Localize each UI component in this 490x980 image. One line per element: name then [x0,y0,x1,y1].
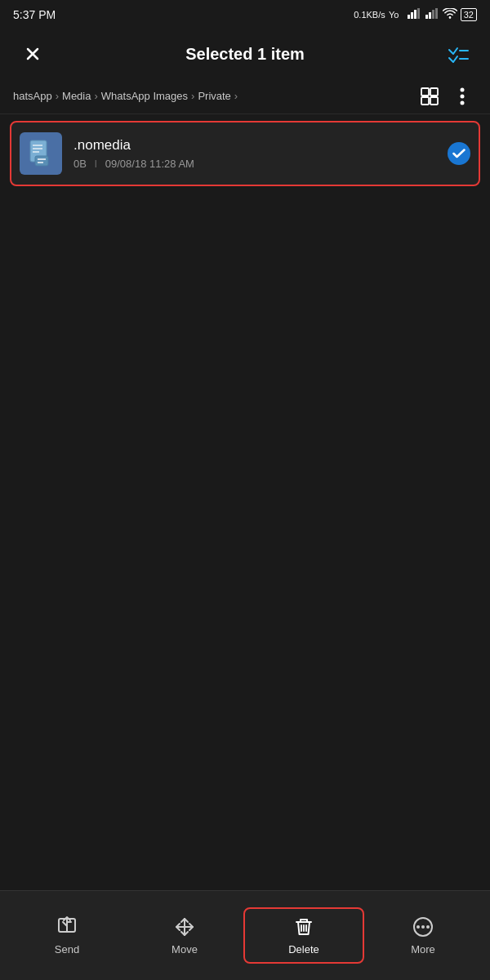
svg-rect-15 [430,97,438,105]
file-icon [29,140,53,167]
grid-icon [421,87,439,105]
svg-rect-6 [429,12,431,19]
move-icon [173,915,196,938]
file-selected-check [448,142,470,165]
breadcrumb: hatsApp › Media › WhatsApp Images › Priv… [0,78,490,114]
svg-rect-21 [33,148,42,149]
grid-view-button[interactable] [415,82,444,111]
breadcrumb-sep-1: › [94,90,97,102]
breadcrumb-part-3: Private [198,90,230,102]
file-size: 0B [74,158,87,170]
select-all-button[interactable] [441,44,474,64]
svg-point-18 [461,100,465,105]
more-label: More [411,943,435,956]
svg-rect-4 [417,8,420,19]
signal-bars2-icon [425,8,439,21]
breadcrumb-sep-0: › [56,90,59,102]
send-button[interactable]: Send [8,907,126,964]
svg-rect-20 [33,145,42,146]
signal-bars-icon [407,8,421,21]
svg-rect-22 [33,151,39,153]
svg-rect-23 [35,156,48,166]
more-icon [412,915,434,938]
file-date: 09/08/18 11:28 AM [105,158,194,170]
file-name: .nomedia [74,137,436,154]
svg-rect-2 [411,12,413,19]
delete-icon [292,915,315,938]
move-label: Move [172,943,198,956]
status-icons: 0.1KB/s Yo [354,8,477,21]
breadcrumb-part-2: WhatsApp Images [101,90,188,102]
svg-rect-25 [38,162,43,163]
svg-rect-14 [421,97,429,105]
svg-point-30 [426,925,430,929]
close-button[interactable] [16,44,49,64]
move-button[interactable]: Move [126,907,243,964]
svg-rect-1 [408,15,410,19]
svg-point-17 [461,94,465,98]
svg-point-29 [421,925,425,929]
breadcrumb-part-1: Media [62,90,91,102]
svg-point-9 [448,16,451,19]
more-button[interactable]: More [364,907,482,964]
status-bar: 5:37 PM 0.1KB/s Yo [0,0,490,29]
battery-icon: 32 [461,8,477,21]
check-icon [452,149,466,158]
bottom-bar: Send Move Delete [0,890,490,980]
file-meta: 0B I 09/08/18 11:28 AM [74,158,436,170]
svg-rect-7 [432,10,434,19]
checklist-icon [446,44,469,64]
file-icon-wrapper [20,132,62,175]
breadcrumb-sep-3: › [234,90,238,102]
svg-point-16 [461,87,465,91]
action-bar: Selected 1 item [0,29,490,78]
file-list: .nomedia 0B I 09/08/18 11:28 AM [0,114,490,193]
svg-rect-5 [425,15,428,19]
send-label: Send [55,943,79,956]
breadcrumb-sep-2: › [191,90,194,102]
wifi-icon [443,8,457,21]
close-icon [23,44,42,64]
svg-text:Yo: Yo [389,10,399,20]
svg-rect-8 [435,8,438,19]
file-info: .nomedia 0B I 09/08/18 11:28 AM [74,137,436,170]
svg-rect-3 [414,10,416,19]
network-type-icon: Yo [389,8,403,21]
selection-title: Selected 1 item [49,45,441,64]
send-icon [56,915,78,938]
data-speed: 0.1KB/s [354,10,385,20]
delete-button[interactable]: Delete [243,907,364,964]
overflow-menu-button[interactable] [448,82,477,111]
file-item[interactable]: .nomedia 0B I 09/08/18 11:28 AM [10,121,480,186]
svg-rect-13 [430,88,438,96]
overflow-menu-icon [460,87,465,105]
svg-rect-24 [38,158,46,160]
status-time: 5:37 PM [13,8,56,21]
svg-point-28 [416,925,420,929]
breadcrumb-part-0: hatsApp [13,90,52,102]
svg-rect-12 [421,88,429,96]
delete-label: Delete [288,943,319,956]
